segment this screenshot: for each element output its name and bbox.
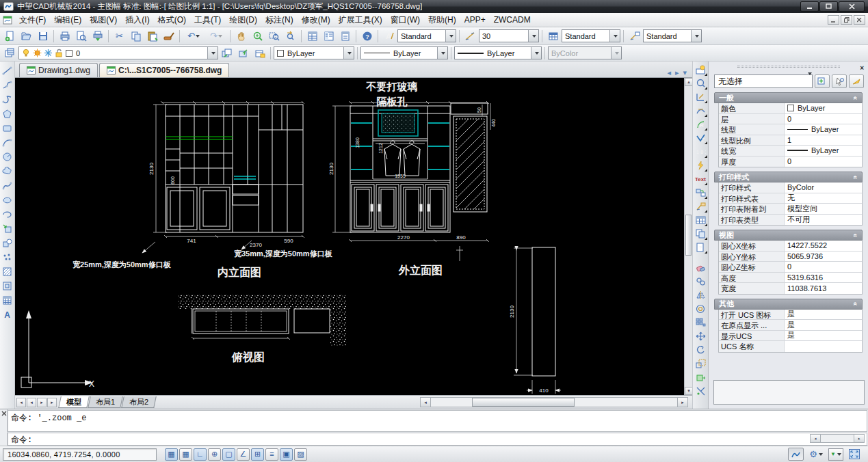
scroll-right-icon[interactable]: ▸ — [677, 398, 687, 407]
menu-edit[interactable]: 编辑(E) — [50, 13, 86, 27]
menu-express[interactable]: 扩展工具(X) — [334, 13, 386, 27]
layer-combo[interactable]: 0 — [18, 46, 218, 59]
command-grip[interactable] — [0, 409, 8, 446]
drawing-canvas[interactable]: 不要打玻璃 隔板孔 宽25mm,深度为50mm修口板 宽35mm,深度为50mm… — [15, 78, 684, 395]
menu-insert[interactable]: 插入(I) — [121, 13, 153, 27]
menu-app-plus[interactable]: APP+ — [460, 14, 490, 26]
help-button[interactable]: ? — [359, 29, 375, 43]
command-history[interactable]: 命令: '_.zoom _e — [8, 410, 867, 432]
redo-caret-icon[interactable] — [218, 35, 222, 40]
copy-button[interactable] — [128, 29, 144, 43]
command-scrollbar[interactable]: ◂ ▸ — [810, 434, 865, 443]
layer-states-button[interactable] — [252, 46, 267, 60]
circle-button[interactable] — [1, 150, 14, 164]
ortho-toggle[interactable]: ∟ — [194, 448, 207, 461]
menu-file[interactable]: 文件(F) — [15, 13, 50, 27]
paste-button[interactable] — [144, 29, 160, 43]
canvas-hscrollbar[interactable]: ◂ ▸ — [420, 397, 688, 407]
text-style-combo[interactable]: Standard — [397, 29, 456, 42]
ellipse-button[interactable] — [1, 193, 14, 207]
osnap-toggle[interactable]: ▢ — [222, 448, 235, 461]
prop-row-lineweight[interactable]: 线宽ByLayer — [719, 146, 862, 157]
close-button[interactable] — [839, 1, 865, 12]
make-layer-current-button[interactable] — [219, 46, 235, 60]
line-button[interactable] — [1, 64, 14, 78]
layer-on-icon[interactable] — [22, 49, 31, 57]
annotation-monitor-button[interactable] — [788, 448, 804, 461]
tab-layout1[interactable]: 布局1 — [88, 396, 123, 408]
dim-tolerance-button[interactable]: Z — [694, 131, 708, 145]
tab-scroll-left-icon[interactable]: ◂ — [667, 68, 671, 77]
layer-thaw-icon[interactable] — [33, 49, 42, 57]
lineweight-toggle[interactable]: ≡ — [265, 448, 278, 461]
prop-row-center-y[interactable]: 圆心Y坐标5065.9736 — [719, 252, 862, 262]
polygon-button[interactable] — [1, 107, 14, 121]
model-toggle[interactable]: ▨ — [294, 448, 307, 461]
prop-row-ucs-icon-on[interactable]: 打开 UCS 图标是 — [719, 310, 862, 321]
prop-row-ucs-name[interactable]: UCS 名称 — [719, 341, 862, 352]
linetype-combo[interactable]: ByLayer — [360, 46, 448, 59]
menu-modify[interactable]: 修改(M) — [298, 13, 334, 27]
collapse-icon[interactable]: « — [852, 96, 860, 100]
doc-minimize-button[interactable] — [828, 15, 839, 25]
clean-screen-button[interactable] — [846, 448, 863, 461]
rectangle-button[interactable] — [1, 121, 14, 135]
region-button[interactable] — [1, 279, 14, 293]
point-button[interactable] — [1, 250, 14, 264]
layer-properties-button[interactable] — [2, 46, 18, 60]
prop-row-height[interactable]: 高度5319.6316 — [719, 273, 862, 284]
ellipse-arc-button[interactable] — [1, 207, 14, 221]
snap-toggle[interactable]: ▦ — [165, 448, 178, 461]
toggle-pickadd-button[interactable] — [849, 74, 864, 88]
prop-row-ucs-show[interactable]: 显示UCS是 — [719, 331, 862, 342]
menu-format[interactable]: 格式(O) — [154, 13, 190, 27]
undo-button[interactable]: ↶ — [183, 29, 205, 43]
command-input[interactable]: 命令: ◂ ▸ — [8, 433, 867, 446]
prop-row-layer[interactable]: 层0 — [719, 114, 862, 125]
erase-button[interactable] — [694, 261, 708, 275]
table-style-dropdown-icon[interactable] — [609, 30, 620, 42]
selection-combo[interactable]: 无选择 — [714, 74, 813, 88]
prop-row-center-z[interactable]: 圆心Z坐标0 — [719, 262, 862, 273]
dim-style-dropdown-icon[interactable] — [528, 30, 538, 42]
layer-previous-button[interactable] — [235, 46, 251, 60]
plot-preview-button[interactable] — [73, 29, 89, 43]
dim-quick-button[interactable]: 1 — [694, 77, 708, 90]
coordinate-display[interactable]: 16034.0860, 4719.7254, 0.0000 — [3, 448, 157, 461]
prop-row-ucs-origin[interactable]: 在原点显示 ...是 — [719, 320, 862, 331]
tab-scroll-right-icon[interactable]: ▸ — [675, 68, 679, 77]
dim-edit-button[interactable] — [694, 159, 708, 172]
collapse-icon[interactable]: « — [852, 302, 860, 306]
design-center-button[interactable] — [321, 29, 337, 43]
first-layout-icon[interactable]: ◂ — [16, 398, 26, 407]
maximize-button[interactable] — [819, 1, 838, 12]
doc-tab-drawing1[interactable]: Drawing1.dwg — [19, 63, 98, 77]
save-button[interactable] — [35, 29, 51, 43]
palette-grip[interactable] — [709, 64, 868, 69]
prop-row-linetype[interactable]: 线型ByLayer — [719, 124, 862, 135]
prop-row-plot-table[interactable]: 打印样式表无 — [719, 193, 862, 204]
prop-row-plot-attach[interactable]: 打印表附着到模型空间 — [719, 204, 862, 215]
zoom-realtime-button[interactable] — [250, 29, 265, 43]
polar-toggle[interactable]: ⊕ — [208, 448, 221, 461]
prop-row-plot-style[interactable]: 打印样式ByColor — [719, 182, 862, 193]
prev-layout-icon[interactable]: ◂ — [27, 398, 36, 407]
mirror-button[interactable] — [694, 288, 708, 302]
linetype-dropdown-icon[interactable] — [437, 47, 447, 59]
selection-dropdown-icon[interactable] — [807, 75, 812, 87]
section-header-plot[interactable]: 打印样式 « — [714, 172, 863, 182]
insert-block-button[interactable] — [1, 221, 14, 236]
lineweight-combo[interactable]: ByLayer — [454, 46, 542, 59]
text-style-dropdown-icon[interactable] — [445, 30, 456, 42]
command-close-icon[interactable] — [1, 411, 8, 417]
pan-button[interactable] — [233, 29, 249, 43]
tray-expand-button[interactable]: ▼ — [828, 448, 843, 461]
mleader-style-dropdown-icon[interactable] — [691, 30, 701, 42]
redo-button[interactable]: ↷ — [205, 29, 227, 43]
mleader-style-combo[interactable]: Standard — [643, 29, 702, 42]
vscroll-thumb[interactable] — [685, 215, 692, 256]
dyn-toggle[interactable]: ▣ — [280, 448, 293, 461]
menu-window[interactable]: 窗口(W) — [386, 13, 424, 27]
menu-draw[interactable]: 绘图(D) — [225, 13, 261, 27]
dim-linear-button[interactable] — [694, 63, 708, 77]
